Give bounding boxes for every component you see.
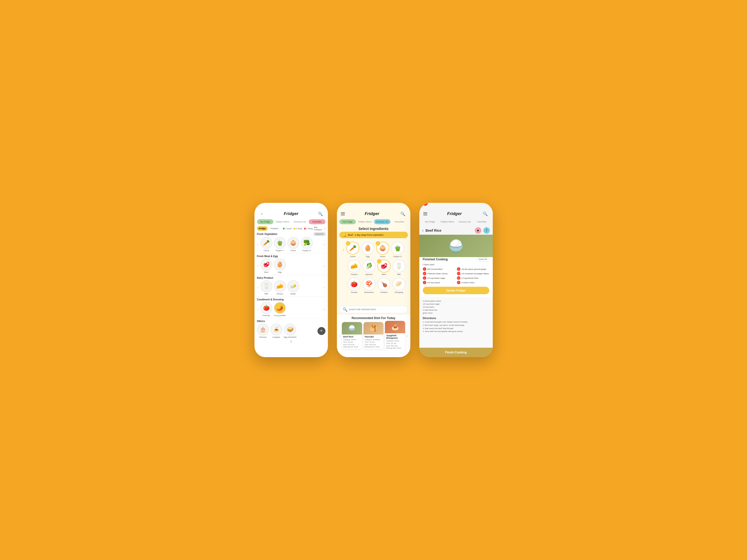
ingredient-carrot[interactable]: ✓ 🥕 Carrot bbox=[346, 242, 359, 258]
scroll-left-dairy[interactable]: ‹ bbox=[257, 286, 259, 290]
food-item-cheese[interactable]: 🧀 Cheese bbox=[274, 280, 286, 295]
select-all-button[interactable]: Select All bbox=[476, 257, 489, 261]
ingredient-used-5: − 3 Cups Brown Rice bbox=[457, 276, 489, 280]
ingredient-circle-chicken[interactable]: 🍗 bbox=[378, 277, 390, 290]
ingredient-onion[interactable]: ✓ 🧅 Onion bbox=[376, 242, 389, 258]
search-bar[interactable]: 🔍 bbox=[339, 305, 408, 313]
recipe-nav-right[interactable]: › bbox=[407, 334, 408, 338]
ingredient-dumpling[interactable]: 🥟 Dumpling bbox=[392, 277, 405, 293]
tab-favorites-3[interactable]: Favorites bbox=[473, 219, 490, 224]
recipe-card-pancake[interactable]: 🥞 Pancake Category: Breakfast Time: 20 m… bbox=[364, 322, 384, 349]
tab-grocery-list-1[interactable]: Grocery List bbox=[291, 219, 308, 224]
ingredient-beef[interactable]: ✓ 🥩 Beef bbox=[378, 260, 390, 275]
scroll-left-veggies[interactable]: ‹ bbox=[257, 243, 259, 246]
recipe-card-spaghetti[interactable]: 🍝 Spaghetti Bolognese Category: Dinner T… bbox=[385, 321, 405, 350]
ingredient-circle-beef[interactable]: ✓ 🥩 bbox=[378, 260, 390, 272]
food-item-egg[interactable]: 🥚 Egg bbox=[274, 259, 286, 273]
food-item-lasagna[interactable]: 🍝 Lasagna bbox=[271, 324, 282, 338]
recipe-card-beef-rice[interactable]: 🍚 Beef Rice Category: Dinner Time: 40 mi… bbox=[342, 322, 362, 349]
ingredient-used-label-5: 3 Cups Brown Rice bbox=[461, 277, 478, 279]
ingredient-label-spinach: Spinach bbox=[365, 273, 373, 275]
add-category[interactable]: Add Category + bbox=[314, 226, 325, 231]
scroll-right-meat[interactable]: › bbox=[324, 264, 326, 268]
minus-icon-4[interactable]: − bbox=[423, 276, 426, 280]
chevron-down-icon[interactable]: ∨ bbox=[257, 338, 326, 344]
update-fridger-button[interactable]: Update Fridger bbox=[423, 287, 489, 294]
search-icon-3[interactable]: 🔍 bbox=[482, 210, 489, 217]
menu-icon[interactable] bbox=[341, 212, 345, 215]
tab-my-fridge-2[interactable]: My Fridge bbox=[339, 219, 356, 224]
tab-todays-menu-1[interactable]: Today's Menu bbox=[274, 219, 291, 224]
ingredient-chicken[interactable]: 🍗 Chicken bbox=[378, 277, 390, 293]
ingredient-milk[interactable]: 🥛 Milk bbox=[392, 260, 405, 275]
add-item-fab[interactable]: + bbox=[317, 327, 326, 335]
ingredient-circle-spinach[interactable]: 🥬 bbox=[363, 260, 376, 272]
minus-icon-0[interactable]: − bbox=[423, 267, 426, 271]
ingredient-circle-cheese[interactable]: 🧀 bbox=[347, 260, 361, 272]
tab-favorites-1[interactable]: Favorites bbox=[309, 219, 326, 224]
minus-icon-6[interactable]: − bbox=[423, 281, 426, 284]
ingredient-cheese[interactable]: 🧀 Cheese bbox=[347, 260, 361, 275]
scroll-left-condiment[interactable]: ‹ bbox=[257, 308, 259, 311]
food-item-carrot[interactable]: 🥕 Carrot bbox=[260, 237, 273, 251]
tab-my-fridge-1[interactable]: My Fridge bbox=[257, 219, 274, 224]
finish-cooking-button[interactable]: Finish Cooking bbox=[419, 348, 493, 357]
ingredient-pepper-g[interactable]: 🫑 Pepper G bbox=[391, 242, 404, 258]
food-item-ketchup[interactable]: 🍅 Ketchup bbox=[260, 302, 273, 317]
ingredient-circle-tomato[interactable]: 🍅 bbox=[347, 277, 361, 290]
ingredient-mushroom[interactable]: 🍄 Mushroom bbox=[363, 277, 376, 293]
food-item-onion-1[interactable]: 🧅 Onion bbox=[287, 237, 299, 251]
food-item-beef[interactable]: 🥩 Beef bbox=[260, 259, 273, 273]
search-icon-2[interactable]: 🔍 bbox=[400, 210, 406, 217]
minus-icon-2[interactable]: − bbox=[423, 272, 426, 275]
recipe-name-pancake: Pancake bbox=[365, 336, 383, 338]
recipe-meta-spaghetti: Category: Dinner Time: 20 min Kcal: 390 … bbox=[386, 340, 404, 349]
food-item-butter[interactable]: 🧈 Butter bbox=[287, 280, 299, 295]
minus-icon-1[interactable]: − bbox=[457, 267, 460, 271]
minus-icon-5[interactable]: − bbox=[457, 276, 460, 280]
minus-icon-7[interactable]: − bbox=[457, 281, 460, 284]
share-button[interactable]: ⤴ bbox=[483, 227, 490, 234]
close-panel-btn[interactable]: ✕ bbox=[423, 203, 428, 206]
tab-todays-menu-2[interactable]: Today's Menu bbox=[357, 219, 373, 224]
heart-button[interactable]: ♥ bbox=[475, 227, 481, 234]
sub-tab-freezer[interactable]: Freezer bbox=[269, 226, 280, 231]
tab-grocery-list-2[interactable]: Grocery List bbox=[374, 219, 391, 224]
scroll-left-ingredients[interactable]: ‹ bbox=[343, 247, 344, 252]
food-item-egg-sandwich[interactable]: 🥪 Egg Sandwich bbox=[284, 324, 297, 338]
sub-tab-fridge[interactable]: Fridge bbox=[257, 226, 268, 231]
ingredient-circle-egg[interactable]: 🥚 bbox=[361, 242, 374, 255]
back-button-3[interactable]: ‹ bbox=[422, 228, 423, 233]
tab-my-fridge-3[interactable]: My Fridge bbox=[422, 219, 438, 224]
food-item-curry[interactable]: 🌶️ Curry powder bbox=[274, 302, 286, 317]
ingredient-circle-dumpling[interactable]: 🥟 bbox=[392, 277, 405, 290]
tab-todays-menu-3[interactable]: Today's Menu bbox=[439, 219, 456, 224]
ingredient-spinach[interactable]: 🥬 Spinach bbox=[363, 260, 376, 275]
phone3: Fridger 🔍 My Fridge Today's Menu Grocery… bbox=[419, 203, 493, 357]
tab-grocery-list-3[interactable]: Grocery List bbox=[457, 219, 473, 224]
food-item-pepper-y[interactable]: 🫑 Pepper Y bbox=[274, 237, 286, 251]
minus-icon-3[interactable]: − bbox=[457, 272, 460, 275]
food-item-milk[interactable]: 🥛 Milk bbox=[260, 280, 273, 295]
food-item-pepper-g[interactable]: 🥦 Pepepr G bbox=[301, 237, 313, 251]
menu-icon-3[interactable] bbox=[423, 212, 427, 215]
scroll-right-veggies[interactable]: › bbox=[324, 243, 326, 246]
back-icon[interactable]: ‹ bbox=[258, 210, 265, 217]
ingredient-circle-milk[interactable]: 🥛 bbox=[392, 260, 405, 272]
scroll-left-meat[interactable]: ‹ bbox=[257, 264, 259, 268]
scroll-right-dairy[interactable]: › bbox=[324, 286, 326, 290]
food-label-egg-sandwich: Egg Sandwich bbox=[284, 336, 297, 338]
food-item-tiramisu[interactable]: 🎂 Tiramisu bbox=[257, 324, 269, 338]
ingredient-egg[interactable]: 🥚 Egg bbox=[361, 242, 374, 258]
delete-button[interactable]: DELETE bbox=[313, 232, 325, 236]
tab-favorites-2[interactable]: Favorites bbox=[391, 219, 408, 224]
ingredient-circle-mushroom[interactable]: 🍄 bbox=[363, 277, 376, 290]
ingredient-circle-carrot[interactable]: ✓ 🥕 bbox=[346, 242, 359, 255]
search-input[interactable] bbox=[349, 308, 405, 311]
ingredient-tomato[interactable]: 🍅 Tomato bbox=[347, 277, 361, 293]
ingredient-circle-onion[interactable]: ✓ 🧅 bbox=[376, 242, 389, 255]
scroll-right-condiment[interactable]: › bbox=[324, 308, 326, 311]
ingredient-circle-pepper-g[interactable]: 🫑 bbox=[391, 242, 404, 255]
search-icon-1[interactable]: 🔍 bbox=[317, 210, 324, 217]
recipe-nav-left[interactable]: ‹ bbox=[339, 334, 341, 338]
